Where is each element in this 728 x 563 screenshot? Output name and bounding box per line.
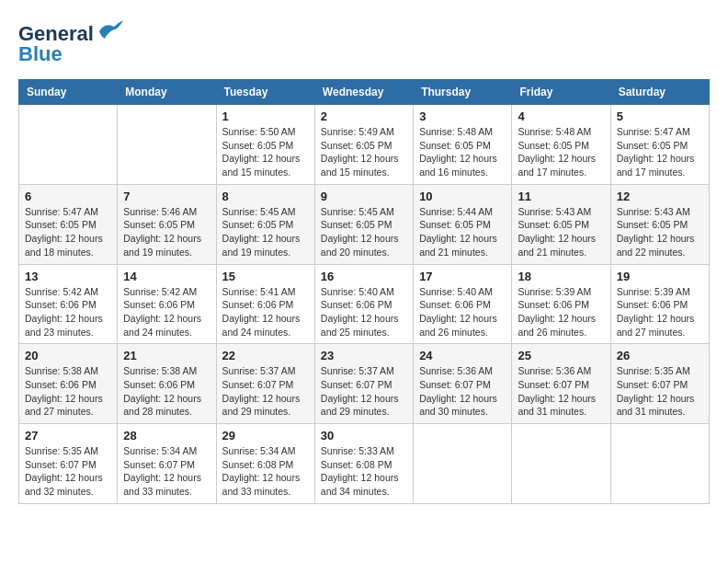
day-info: Sunrise: 5:40 AM Sunset: 6:06 PM Dayligh… [419,285,506,339]
day-info: Sunrise: 5:41 AM Sunset: 6:06 PM Dayligh… [222,285,309,339]
calendar-cell: 20Sunrise: 5:38 AM Sunset: 6:06 PM Dayli… [19,344,118,424]
day-number: 21 [123,349,210,362]
calendar-week-2: 6Sunrise: 5:47 AM Sunset: 6:05 PM Daylig… [19,184,710,264]
day-info: Sunrise: 5:36 AM Sunset: 6:07 PM Dayligh… [419,364,506,419]
day-info: Sunrise: 5:45 AM Sunset: 6:05 PM Dayligh… [321,205,407,259]
logo-text-blue: Blue [18,44,125,64]
calendar-cell: 14Sunrise: 5:42 AM Sunset: 6:06 PM Dayli… [118,264,216,344]
day-info: Sunrise: 5:40 AM Sunset: 6:06 PM Dayligh… [321,285,407,339]
calendar-cell: 24Sunrise: 5:36 AM Sunset: 6:07 PM Dayli… [414,344,512,424]
calendar-cell: 23Sunrise: 5:37 AM Sunset: 6:07 PM Dayli… [314,344,413,424]
day-number: 28 [123,429,210,442]
day-number: 16 [321,270,407,283]
calendar-week-3: 13Sunrise: 5:42 AM Sunset: 6:06 PM Dayli… [19,264,710,344]
calendar-header-saturday: Saturday [610,80,709,105]
day-number: 15 [222,270,309,283]
calendar-cell: 25Sunrise: 5:36 AM Sunset: 6:07 PM Dayli… [512,344,610,424]
day-number: 8 [222,190,309,203]
calendar-cell [512,424,610,504]
day-number: 23 [321,349,407,362]
day-info: Sunrise: 5:39 AM Sunset: 6:06 PM Dayligh… [617,285,703,339]
day-number: 12 [617,190,703,203]
day-number: 25 [518,349,604,362]
calendar-cell [19,105,118,185]
day-number: 6 [25,190,111,203]
calendar-cell [610,424,709,504]
calendar-cell: 9Sunrise: 5:45 AM Sunset: 6:05 PM Daylig… [314,184,413,264]
calendar-header-sunday: Sunday [19,80,118,105]
calendar-week-5: 27Sunrise: 5:35 AM Sunset: 6:07 PM Dayli… [19,424,710,504]
calendar-cell: 27Sunrise: 5:35 AM Sunset: 6:07 PM Dayli… [19,424,118,504]
day-info: Sunrise: 5:34 AM Sunset: 6:07 PM Dayligh… [123,444,210,499]
calendar-cell: 21Sunrise: 5:38 AM Sunset: 6:06 PM Dayli… [118,344,216,424]
day-number: 5 [617,109,703,123]
calendar-cell: 12Sunrise: 5:43 AM Sunset: 6:05 PM Dayli… [610,184,709,264]
day-info: Sunrise: 5:42 AM Sunset: 6:06 PM Dayligh… [123,285,210,339]
calendar-header-monday: Monday [118,80,216,105]
calendar-cell [118,105,216,185]
day-info: Sunrise: 5:49 AM Sunset: 6:05 PM Dayligh… [321,125,407,179]
calendar-cell: 7Sunrise: 5:46 AM Sunset: 6:05 PM Daylig… [118,184,216,264]
calendar-cell: 3Sunrise: 5:48 AM Sunset: 6:05 PM Daylig… [414,105,512,185]
day-info: Sunrise: 5:43 AM Sunset: 6:05 PM Dayligh… [617,205,703,259]
day-info: Sunrise: 5:43 AM Sunset: 6:05 PM Dayligh… [518,205,604,259]
day-info: Sunrise: 5:37 AM Sunset: 6:07 PM Dayligh… [321,364,407,419]
day-number: 19 [617,270,703,283]
day-info: Sunrise: 5:46 AM Sunset: 6:05 PM Dayligh… [123,205,210,259]
calendar-header-friday: Friday [512,80,610,105]
day-number: 29 [222,429,309,442]
calendar-header-tuesday: Tuesday [216,80,314,105]
day-number: 7 [123,190,210,203]
calendar-cell: 1Sunrise: 5:50 AM Sunset: 6:05 PM Daylig… [216,105,314,185]
day-info: Sunrise: 5:45 AM Sunset: 6:05 PM Dayligh… [222,205,309,259]
calendar-cell: 11Sunrise: 5:43 AM Sunset: 6:05 PM Dayli… [512,184,610,264]
page-header: General Blue [18,18,710,64]
calendar-cell: 15Sunrise: 5:41 AM Sunset: 6:06 PM Dayli… [216,264,314,344]
calendar-cell: 6Sunrise: 5:47 AM Sunset: 6:05 PM Daylig… [19,184,118,264]
day-number: 22 [222,349,309,362]
day-info: Sunrise: 5:38 AM Sunset: 6:06 PM Dayligh… [123,364,210,419]
calendar-cell: 18Sunrise: 5:39 AM Sunset: 6:06 PM Dayli… [512,264,610,344]
day-number: 13 [25,270,111,283]
logo-text-general: General [18,24,94,44]
day-info: Sunrise: 5:47 AM Sunset: 6:05 PM Dayligh… [617,125,703,179]
day-info: Sunrise: 5:47 AM Sunset: 6:05 PM Dayligh… [25,205,111,259]
calendar-cell: 26Sunrise: 5:35 AM Sunset: 6:07 PM Dayli… [610,344,709,424]
day-number: 18 [518,270,604,283]
day-info: Sunrise: 5:44 AM Sunset: 6:05 PM Dayligh… [419,205,506,259]
calendar-cell: 22Sunrise: 5:37 AM Sunset: 6:07 PM Dayli… [216,344,314,424]
calendar-header-thursday: Thursday [414,80,512,105]
day-info: Sunrise: 5:50 AM Sunset: 6:05 PM Dayligh… [222,125,309,179]
calendar-cell: 5Sunrise: 5:47 AM Sunset: 6:05 PM Daylig… [610,105,709,185]
day-number: 14 [123,270,210,283]
day-number: 17 [419,270,506,283]
calendar-cell: 30Sunrise: 5:33 AM Sunset: 6:08 PM Dayli… [314,424,413,504]
calendar-table: SundayMondayTuesdayWednesdayThursdayFrid… [18,79,710,504]
day-number: 10 [419,190,506,203]
day-info: Sunrise: 5:36 AM Sunset: 6:07 PM Dayligh… [518,364,604,419]
day-number: 11 [518,190,604,203]
calendar-week-1: 1Sunrise: 5:50 AM Sunset: 6:05 PM Daylig… [19,105,710,185]
day-number: 30 [321,429,407,442]
day-number: 4 [518,109,604,123]
calendar-header-row: SundayMondayTuesdayWednesdayThursdayFrid… [19,80,710,105]
day-info: Sunrise: 5:34 AM Sunset: 6:08 PM Dayligh… [222,444,309,499]
day-number: 9 [321,190,407,203]
calendar-cell: 16Sunrise: 5:40 AM Sunset: 6:06 PM Dayli… [314,264,413,344]
day-number: 20 [25,349,111,362]
calendar-cell: 29Sunrise: 5:34 AM Sunset: 6:08 PM Dayli… [216,424,314,504]
day-info: Sunrise: 5:35 AM Sunset: 6:07 PM Dayligh… [25,444,111,499]
logo-bird-icon [96,18,125,42]
logo-container: General Blue [18,18,125,64]
day-info: Sunrise: 5:39 AM Sunset: 6:06 PM Dayligh… [518,285,604,339]
day-info: Sunrise: 5:38 AM Sunset: 6:06 PM Dayligh… [25,364,111,419]
logo: General Blue [18,18,125,64]
day-number: 2 [321,109,407,123]
calendar-cell: 8Sunrise: 5:45 AM Sunset: 6:05 PM Daylig… [216,184,314,264]
calendar-cell: 2Sunrise: 5:49 AM Sunset: 6:05 PM Daylig… [314,105,413,185]
day-number: 1 [222,109,309,123]
calendar-cell [414,424,512,504]
day-info: Sunrise: 5:37 AM Sunset: 6:07 PM Dayligh… [222,364,309,419]
day-info: Sunrise: 5:48 AM Sunset: 6:05 PM Dayligh… [419,125,506,179]
calendar-cell: 28Sunrise: 5:34 AM Sunset: 6:07 PM Dayli… [118,424,216,504]
